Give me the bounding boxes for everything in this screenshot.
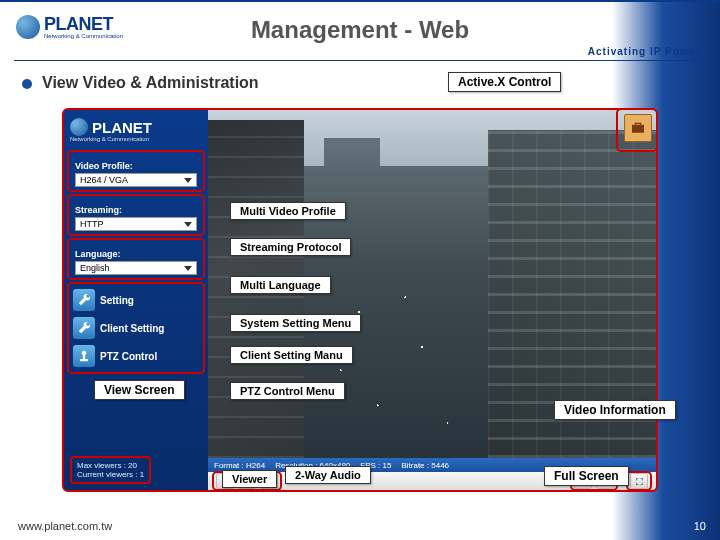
streaming-select[interactable]: HTTP xyxy=(75,217,197,231)
joystick-icon xyxy=(73,345,95,367)
video-profile-value: H264 / VGA xyxy=(80,175,128,185)
bullet-text: View Video & Administration xyxy=(42,74,259,91)
callout-streaming-protocol: Streaming Protocol xyxy=(230,238,351,256)
chevron-down-icon xyxy=(184,222,192,227)
info-format: Format : H264 xyxy=(214,461,265,470)
activex-icon[interactable] xyxy=(624,114,652,142)
ptz-control-button[interactable]: PTZ Control xyxy=(69,342,203,370)
callout-viewer: Viewer xyxy=(222,470,277,488)
bullet-icon xyxy=(22,79,32,89)
current-viewers: Current viewers : 1 xyxy=(77,470,144,479)
callout-client-setting: Client Setting Manu xyxy=(230,346,353,364)
wrench-icon xyxy=(73,317,95,339)
svg-rect-2 xyxy=(80,359,88,361)
video-profile-label: Video Profile: xyxy=(69,153,203,173)
panel-brand: PLANET xyxy=(92,119,152,136)
callout-two-way-audio: 2-Way Audio xyxy=(285,466,371,484)
callout-multi-profile: Multi Video Profile xyxy=(230,202,346,220)
footer-url: www.planet.com.tw xyxy=(18,520,112,532)
svg-rect-1 xyxy=(83,355,85,359)
web-ui-screenshot: PLANET Networking & Communication Video … xyxy=(62,108,658,492)
info-bitrate: Bitrate : 5446 xyxy=(401,461,449,470)
chevron-down-icon xyxy=(184,178,192,183)
language-value: English xyxy=(80,263,110,273)
fullscreen-button[interactable] xyxy=(630,473,648,489)
video-profile-select[interactable]: H264 / VGA xyxy=(75,173,197,187)
callout-view-screen: View Screen xyxy=(94,380,185,400)
streaming-value: HTTP xyxy=(80,219,104,229)
streaming-label: Streaming: xyxy=(69,197,203,217)
side-panel: PLANET Networking & Communication Video … xyxy=(64,110,208,490)
panel-logo: PLANET Networking & Communication xyxy=(64,110,208,146)
svg-point-0 xyxy=(82,351,87,356)
panel-brand-sub: Networking & Communication xyxy=(70,136,202,142)
brand-tagline: Activating IP Power xyxy=(588,46,700,57)
page-number: 10 xyxy=(694,520,706,532)
language-label: Language: xyxy=(69,241,203,261)
max-viewers: Max viewers : 20 xyxy=(77,461,144,470)
bullet-heading: View Video & Administration xyxy=(22,74,259,92)
client-setting-button[interactable]: Client Setting xyxy=(69,314,203,342)
callout-video-info: Video Information xyxy=(554,400,676,420)
svg-rect-3 xyxy=(632,125,644,133)
page-title: Management - Web xyxy=(0,16,720,44)
language-select[interactable]: English xyxy=(75,261,197,275)
callout-multi-language: Multi Language xyxy=(230,276,331,294)
ptz-control-label: PTZ Control xyxy=(100,351,157,362)
divider xyxy=(14,60,706,61)
callout-ptz-menu: PTZ Control Menu xyxy=(230,382,345,400)
setting-button[interactable]: Setting xyxy=(69,286,203,314)
top-border xyxy=(0,0,720,6)
chevron-down-icon xyxy=(184,266,192,271)
callout-system-setting: System Setting Menu xyxy=(230,314,361,332)
callout-full-screen: Full Screen xyxy=(544,466,629,486)
globe-icon xyxy=(70,118,88,136)
viewer-status: Max viewers : 20 Current viewers : 1 xyxy=(70,456,151,484)
slide: PLANET Networking & Communication Manage… xyxy=(0,0,720,540)
setting-label: Setting xyxy=(100,295,134,306)
callout-activex: Active.X Control xyxy=(448,72,561,92)
client-setting-label: Client Setting xyxy=(100,323,164,334)
wrench-icon xyxy=(73,289,95,311)
